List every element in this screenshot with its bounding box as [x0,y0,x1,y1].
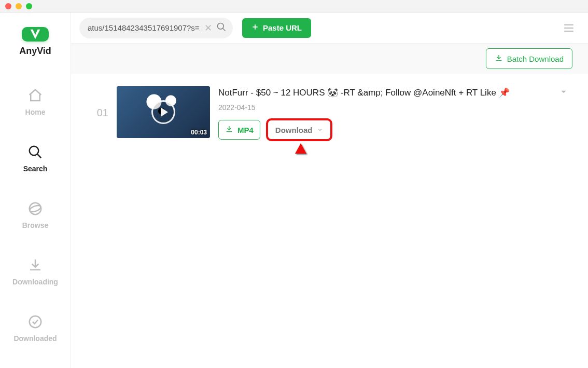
annotation-arrow [293,143,309,206]
search-submit-icon[interactable] [216,22,227,34]
result-row: 01 00:03 NotFurr - $50 ~ 12 HOURS 🐼 -RT … [92,86,567,140]
app-name: AnyVid [19,46,51,57]
minimize-window-button[interactable] [16,3,22,9]
batch-download-button[interactable]: Batch Download [486,48,572,69]
result-title: NotFurr - $50 ~ 12 HOURS 🐼 -RT &amp; Fol… [218,87,552,98]
sidebar-item-downloading[interactable]: Downloading [12,257,58,286]
svg-line-6 [223,28,226,31]
sidebar-item-label: Browse [22,221,49,229]
mp4-button[interactable]: MP4 [218,120,260,140]
svg-marker-11 [295,143,306,154]
svg-point-4 [30,316,41,328]
result-actions: MP4 Download [218,120,552,140]
window-titlebar [0,0,588,12]
maximize-window-button[interactable] [26,3,32,9]
download-icon [495,54,503,64]
result-date: 2022-04-15 [218,103,552,112]
batch-download-label: Batch Download [507,54,564,63]
sidebar-item-label: Downloaded [13,334,57,343]
mp4-label: MP4 [237,126,254,134]
close-window-button[interactable] [5,3,11,9]
sidebar-item-label: Search [23,165,48,173]
app-logo [22,27,49,42]
svg-marker-9 [561,91,566,93]
download-dropdown-button[interactable]: Download [268,120,331,140]
check-circle-icon [27,314,43,331]
play-icon [151,100,175,124]
search-box: ✕ [79,18,233,38]
sidebar-item-home[interactable]: Home [25,88,46,116]
globe-icon [27,201,43,218]
search-input[interactable] [88,23,200,32]
home-icon [27,88,43,105]
download-label: Download [275,126,313,134]
topbar: ✕ Paste URL [71,12,588,44]
video-duration: 00:03 [191,129,207,136]
result-index: 01 [92,107,108,119]
sidebar-item-search[interactable]: Search [23,144,48,173]
results-panel: 01 00:03 NotFurr - $50 ~ 12 HOURS 🐼 -RT … [71,74,588,368]
sidebar-item-browse[interactable]: Browse [22,201,49,229]
video-thumbnail[interactable]: 00:03 [117,86,210,138]
clear-icon[interactable]: ✕ [204,23,212,33]
download-icon [225,125,233,135]
svg-point-0 [30,146,39,156]
paste-url-button[interactable]: Paste URL [242,18,311,38]
svg-point-5 [218,23,224,29]
sidebar-item-downloaded[interactable]: Downloaded [13,314,57,343]
result-info: NotFurr - $50 ~ 12 HOURS 🐼 -RT &amp; Fol… [218,86,552,140]
menu-icon[interactable] [561,21,577,35]
chevron-down-icon [317,126,323,134]
sidebar-item-label: Home [25,108,46,116]
plus-icon [251,23,259,32]
toolbar: Batch Download [71,44,588,74]
sidebar-item-label: Downloading [12,278,58,286]
paste-url-label: Paste URL [263,23,302,32]
search-icon [27,144,43,161]
svg-line-1 [37,154,41,158]
row-expand-caret[interactable] [560,88,567,98]
sidebar: AnyVid Home Search Browse Downloading [0,12,71,368]
download-icon [27,257,43,275]
main-panel: ✕ Paste URL Batch Downloa [71,12,588,368]
